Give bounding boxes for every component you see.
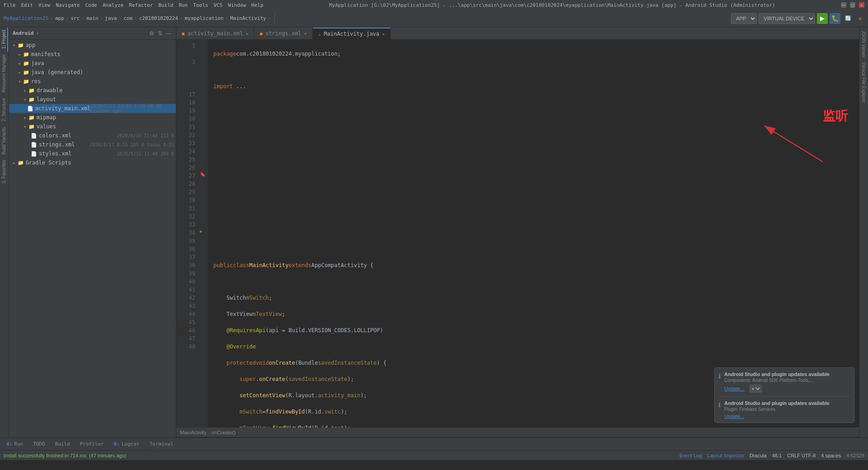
- bc-java[interactable]: java: [105, 15, 117, 21]
- bc-main[interactable]: main: [86, 15, 99, 21]
- code-line-18: [213, 277, 854, 286]
- bottom-tab-profiler[interactable]: Profiler: [75, 439, 108, 449]
- tree-item-res[interactable]: ▾ 📁 res: [9, 77, 176, 86]
- breadcrumb-oncreate[interactable]: onCreate(): [212, 430, 236, 435]
- breadcrumb-bar: MainActivity › onCreate(): [176, 428, 859, 437]
- right-panel-device-file[interactable]: Device File Explorer: [860, 61, 867, 104]
- panel-title: Android: [13, 30, 33, 36]
- menu-build[interactable]: Build: [158, 2, 173, 8]
- xml-file-icon-1: ◼: [182, 31, 185, 37]
- activity-project[interactable]: 1: Project: [0, 27, 8, 52]
- tree-item-styles-xml[interactable]: 📄 styles.xml 2020/8/16 11:48 390 B: [9, 149, 176, 158]
- device-selector[interactable]: VIRTUAL DEVICE: [759, 13, 815, 24]
- event-log-link[interactable]: Event Log: [679, 453, 702, 458]
- activity-resource[interactable]: Resource Manager: [0, 52, 8, 95]
- tree-item-manifests[interactable]: ▸ 📁 manifests: [9, 50, 176, 59]
- tree-item-values[interactable]: ▾ 📁 values: [9, 122, 176, 131]
- bottom-tab-logcat[interactable]: 6: Logcat: [109, 439, 144, 449]
- theme-indicator: Dracula: [750, 453, 767, 458]
- tab-activity-main-xml[interactable]: ◼ activity_main.xml ✕: [176, 28, 254, 39]
- tree-item-layout[interactable]: ▾ 📁 layout: [9, 95, 176, 104]
- tree-item-gradle[interactable]: ▸ 📁 Gradle Scripts: [9, 158, 176, 167]
- bookmark-icon-23: 🔖: [200, 172, 205, 177]
- run-button[interactable]: ▶: [817, 13, 828, 24]
- maximize-button[interactable]: □: [850, 2, 855, 8]
- tree-item-styles-meta: 2020/8/16 11:48 390 B: [117, 151, 174, 156]
- folder-down-icon-values: ▾: [24, 124, 27, 130]
- bc-project[interactable]: MyApplication25: [4, 15, 48, 21]
- bottom-tab-todo[interactable]: TODO: [28, 439, 50, 449]
- menu-navigate[interactable]: Navigate: [56, 2, 80, 8]
- bc-mainact[interactable]: MainActivity: [230, 15, 266, 21]
- tree-item-drawable-label: drawable: [37, 87, 63, 94]
- tree-item-drawable[interactable]: ▸ 📁 drawable: [9, 86, 176, 95]
- bc-app[interactable]: app: [55, 15, 64, 21]
- notif-link-1[interactable]: Update...: [724, 386, 745, 391]
- folder-icon-app: 📁: [18, 42, 24, 48]
- activity-build-variants[interactable]: Build Variants: [0, 124, 8, 157]
- tree-item-mipmap[interactable]: ▸ 📁 mipmap: [9, 113, 176, 122]
- tree-item-strings-xml[interactable]: 📄 strings.xml 2020/8/17 8:16 185 B Today…: [9, 140, 176, 149]
- tab-close-mainactivity[interactable]: ✕: [382, 32, 385, 37]
- bc-com[interactable]: com: [123, 15, 132, 21]
- tab-strings-xml[interactable]: ◼ strings.xml ✕: [254, 28, 312, 39]
- sync-button[interactable]: 🔄: [842, 13, 854, 24]
- bc-pkg[interactable]: c201801020224: [139, 15, 178, 21]
- folder-right-icon-mipmap: ▸: [24, 115, 27, 121]
- panel-dropdown-icon[interactable]: ▾: [36, 31, 39, 36]
- menu-analyze[interactable]: Analyze: [103, 2, 123, 8]
- panel-header: Android ▾ ⚙ ⇅ —: [9, 27, 176, 40]
- tree-item-java[interactable]: ▸ 📁 java: [9, 59, 176, 68]
- activity-structure[interactable]: 2: Structure: [0, 95, 8, 124]
- menu-vcs[interactable]: VCS: [213, 2, 222, 8]
- code-line-27: mTextView=findViewById(R.id.text);: [213, 424, 854, 428]
- tab-close-activity-main[interactable]: ✕: [245, 31, 248, 36]
- panel-collapse-button[interactable]: —: [165, 29, 172, 38]
- tree-item-java-generated[interactable]: ▸ 📁 java (generated): [9, 68, 176, 77]
- bottom-tab-terminal[interactable]: Terminal: [145, 439, 178, 449]
- bottom-tab-run[interactable]: 4: Run: [2, 439, 28, 449]
- tree-item-java-generated-label: java (generated): [31, 69, 84, 75]
- minimize-button[interactable]: ─: [841, 2, 846, 8]
- notif-desc-2: Plugin: Firebase Services: [724, 407, 830, 412]
- app-selector[interactable]: APP: [731, 13, 757, 24]
- notif-dropdown-1[interactable]: ▾: [750, 385, 762, 393]
- breadcrumb-mainactivity[interactable]: MainActivity: [180, 430, 207, 435]
- notif-title-2: Android Studio and plugin updates availa…: [724, 400, 830, 406]
- tree-item-app[interactable]: ▾ 📁 app: [9, 41, 176, 50]
- tab-mainactivity-java[interactable]: ☕ MainActivity.java ✕: [313, 28, 391, 39]
- menu-refactor[interactable]: Refactor: [129, 2, 153, 8]
- menu-bar[interactable]: File Edit View Navigate Code Analyze Ref…: [4, 2, 264, 8]
- bc-src[interactable]: src: [71, 15, 80, 21]
- panel-sort-button[interactable]: ⇅: [157, 29, 163, 38]
- folder-icon-mipmap: 📁: [28, 115, 35, 121]
- right-panel-json-viewer[interactable]: JSON Viewer: [860, 29, 867, 60]
- debug-button[interactable]: 🐛: [830, 13, 840, 24]
- notif-content-2: Android Studio and plugin updates availa…: [724, 400, 830, 419]
- menu-edit[interactable]: Edit: [21, 2, 33, 8]
- close-button[interactable]: ✕: [859, 2, 864, 8]
- menu-tools[interactable]: Tools: [193, 2, 208, 8]
- panel-gear-button[interactable]: ⚙: [148, 29, 155, 38]
- tree-item-mipmap-label: mipmap: [37, 114, 56, 121]
- tab-close-strings[interactable]: ✕: [304, 31, 307, 36]
- tree-item-colors-xml[interactable]: 📄 colors.xml 2020/8/16 11:48 212 B: [9, 131, 176, 140]
- menu-code[interactable]: Code: [85, 2, 97, 8]
- folder-icon-drawable: 📁: [28, 88, 35, 94]
- bc-myapp[interactable]: myapplication: [184, 15, 223, 21]
- menu-window[interactable]: Window: [228, 2, 246, 8]
- layout-inspector-link[interactable]: Layout Inspector: [708, 453, 744, 458]
- notif-link-2[interactable]: Update...: [724, 414, 745, 419]
- terminal-tab-label: Terminal: [150, 441, 174, 447]
- menu-view[interactable]: View: [38, 2, 51, 8]
- menu-run[interactable]: Run: [179, 2, 188, 8]
- bottom-tab-build[interactable]: Build: [51, 439, 75, 449]
- activity-favorites[interactable]: 3: Favorites: [0, 157, 8, 186]
- menu-file[interactable]: File: [4, 2, 16, 8]
- tree-item-colors-meta: 2020/8/16 11:48 212 B: [117, 133, 174, 138]
- tree-item-activity-main-xml[interactable]: 📄 activity_main.xml 2020/8/17 11:51 1.28…: [9, 104, 176, 113]
- stop-button[interactable]: ■: [856, 13, 864, 24]
- window-controls[interactable]: ─ □ ✕: [841, 2, 864, 8]
- menu-help[interactable]: Help: [251, 2, 264, 8]
- code-line-23: protected void onCreate(Bundle savedInst…: [213, 359, 854, 367]
